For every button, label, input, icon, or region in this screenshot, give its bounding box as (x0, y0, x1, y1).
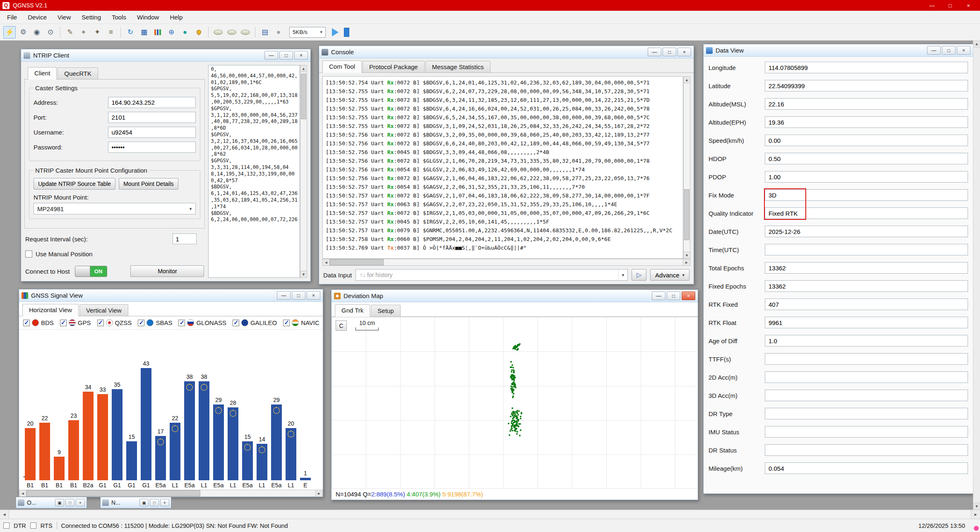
device-monitor-icon[interactable]: ◉ (31, 26, 43, 39)
minimized-window[interactable]: O...▣□× (16, 497, 87, 508)
deviation-plot[interactable]: C 10 cm (331, 317, 698, 488)
checkbox-bds[interactable] (23, 320, 30, 326)
nmea-vscrollbar[interactable]: ▲ ▼ (300, 65, 307, 278)
dataview-value-altitude-msl[interactable] (765, 98, 968, 110)
constellation-navic[interactable]: NAVIC (283, 319, 319, 326)
probe-tool-icon[interactable]: ⌖ (77, 26, 90, 39)
close-button[interactable]: × (677, 48, 691, 56)
menu-item-device[interactable]: Device (22, 12, 52, 23)
minimize-button[interactable]: — (277, 291, 291, 300)
dataview-value-latitude[interactable] (765, 80, 968, 91)
scroll-thumb[interactable] (684, 189, 689, 240)
nmea-output[interactable]: 0, 46,56,00,000,44,57,00,000,42, 01,02,1… (208, 65, 300, 278)
close-button[interactable]: × (76, 499, 85, 506)
dataview-value-dr-status[interactable] (765, 444, 968, 456)
tab-com-tool[interactable]: Com Tool (322, 60, 362, 73)
dataview-value-rtk-float[interactable] (765, 317, 968, 328)
tab-vertical-view[interactable]: Vertical View (79, 304, 128, 316)
console-hscrollbar[interactable]: ◄ ► (322, 259, 690, 266)
menu-item-tools[interactable]: Tools (106, 12, 132, 23)
maximize-button[interactable]: □ (663, 48, 676, 56)
data-input-combo[interactable]: ↑↓ for history ▾ (355, 269, 628, 281)
mount-point-details-button[interactable]: Mount Point Details (119, 178, 178, 190)
scroll-thumb[interactable] (301, 74, 306, 119)
advance-button[interactable]: Advance▾ (650, 269, 689, 281)
tab-message-statistics[interactable]: Message Statistics (425, 61, 490, 72)
dataview-value-rtk-fixed[interactable] (765, 298, 968, 310)
close-button[interactable]: × (959, 0, 978, 11)
constellation-qzss[interactable]: QZSS (97, 319, 132, 326)
signal-hscrollbar[interactable]: ◄ ► (19, 490, 323, 497)
close-button[interactable]: × (682, 291, 695, 300)
deviation-title-bar[interactable]: Deviation Map —□× (331, 290, 698, 302)
restore-button[interactable]: ▣ (139, 499, 149, 506)
config-tool-icon[interactable]: ✦ (91, 26, 103, 39)
maximize-button[interactable]: □ (279, 51, 293, 60)
speed-combo[interactable]: 5KB/s ▾ (289, 27, 326, 38)
connect-toggle[interactable]: ON (75, 266, 107, 277)
field-input-username[interactable] (108, 127, 196, 138)
scroll-up-icon[interactable]: ▲ (300, 65, 307, 72)
scroll-left-icon[interactable]: ◄ (323, 259, 330, 265)
use-manual-position-option[interactable]: Use Manual Position (25, 250, 204, 258)
dataview-value-speed-km-h[interactable] (765, 135, 968, 146)
play-button[interactable] (332, 28, 339, 36)
refresh-icon[interactable]: ↻ (124, 26, 137, 39)
location-pin-icon[interactable] (192, 26, 205, 39)
network-icon[interactable]: ⊕ (165, 26, 178, 39)
signal-chart-icon[interactable] (151, 26, 164, 39)
minimize-button[interactable]: — (648, 48, 661, 56)
maximize-button[interactable]: □ (941, 0, 959, 11)
scroll-right-icon[interactable]: ► (683, 259, 690, 265)
maximize-button[interactable]: □ (942, 46, 956, 55)
chevron-down-icon[interactable]: ▾ (618, 270, 627, 280)
tab-client[interactable]: Client (28, 67, 57, 79)
field-input-address[interactable] (108, 97, 196, 108)
dataview-value-longitude[interactable] (765, 62, 968, 73)
dataview-value-dr-type[interactable] (765, 408, 968, 419)
scroll-up-icon[interactable]: ▲ (684, 77, 690, 83)
scroll-up-icon[interactable]: ▲ (973, 41, 980, 48)
dataview-value-fix-mode[interactable] (765, 189, 968, 201)
restore-button[interactable]: ▣ (55, 499, 64, 506)
tab-horizontal-view[interactable]: Horizontal View (22, 304, 79, 316)
minimize-button[interactable]: — (927, 46, 941, 55)
tab-setup[interactable]: Setup (371, 305, 400, 316)
monitor-button[interactable]: Monitor (130, 265, 204, 277)
data-table-icon[interactable]: ▦ (138, 26, 150, 39)
dataview-value-fixed-epochs[interactable] (765, 280, 968, 292)
constellation-glonass[interactable]: GLONASS (178, 319, 226, 326)
dataview-value-date-utc[interactable] (765, 226, 968, 237)
scroll-left-icon[interactable]: ◄ (0, 510, 9, 519)
maximize-button[interactable]: □ (292, 291, 305, 300)
scroll-left-icon[interactable]: ◄ (19, 490, 26, 496)
dataview-value-ttff-s[interactable] (765, 353, 968, 365)
menu-item-file[interactable]: File (2, 12, 22, 23)
menu-item-help[interactable]: Help (164, 12, 188, 23)
minimize-button[interactable]: — (923, 0, 941, 11)
constellation-sbas[interactable]: SBAS (138, 319, 172, 326)
dataview-value-total-epochs[interactable] (765, 262, 968, 274)
dataview-value-hdop[interactable] (765, 153, 968, 164)
dataview-value-3d-acc-m[interactable] (765, 390, 968, 401)
center-button[interactable]: C (336, 320, 347, 331)
dataview-value-time-utc[interactable] (765, 244, 968, 255)
badge-right-icon[interactable] (239, 26, 252, 39)
tab-gnd-trk[interactable]: Gnd Trk (335, 304, 370, 317)
scroll-down-icon[interactable]: ▼ (300, 271, 307, 277)
checkbox-galileo[interactable] (233, 320, 239, 326)
scroll-thumb[interactable] (330, 259, 384, 265)
connect-device-icon[interactable]: ⚡ (3, 26, 16, 39)
notification-icon[interactable] (974, 526, 979, 531)
terminal-icon[interactable]: ▤ (259, 26, 271, 39)
scroll-thumb[interactable] (26, 490, 200, 496)
maximize-button[interactable]: □ (65, 499, 74, 506)
tab-quecrtk[interactable]: QuecRTK (58, 67, 98, 79)
round-disabled-icon[interactable]: ● (272, 26, 285, 39)
minimize-button[interactable]: — (652, 291, 665, 300)
checkbox-qzss[interactable] (97, 320, 104, 326)
scroll-right-icon[interactable]: ► (971, 510, 980, 519)
console-log[interactable]: [13:50:52.754 Uart Rx:0072 B] $BDGSV,6,1… (322, 76, 683, 259)
dataview-value-mileage-km[interactable] (765, 462, 968, 474)
close-button[interactable]: × (160, 499, 169, 506)
